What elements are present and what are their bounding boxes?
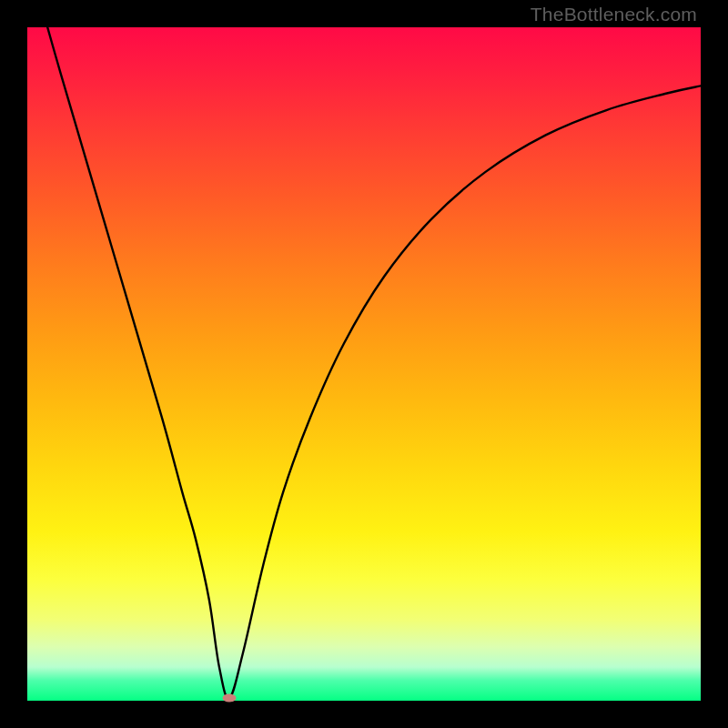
optimum-marker [223,694,237,703]
chart-frame: TheBottleneck.com [0,0,728,728]
curve-svg [27,27,701,701]
plot-area [27,27,701,701]
bottleneck-curve [47,27,701,698]
watermark-text: TheBottleneck.com [531,4,697,25]
